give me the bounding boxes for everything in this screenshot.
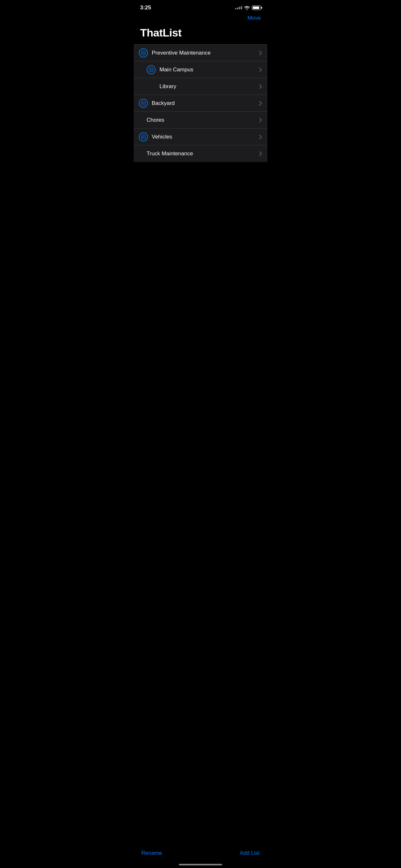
svg-point-2 (142, 101, 146, 105)
list-item-chores[interactable]: Chores (134, 112, 267, 128)
status-time: 3:25 (140, 4, 151, 11)
chevron-right-icon (259, 84, 262, 89)
svg-point-1 (149, 67, 153, 72)
chevron-right-icon (259, 67, 262, 72)
list-item-label: Library (159, 83, 256, 90)
status-icons (235, 5, 261, 10)
list-container: Preventive Maintenance Main Campus Libra… (134, 44, 267, 162)
list-item-truck-maintenance[interactable]: Truck Maintenance (134, 145, 267, 162)
battery-icon (252, 5, 261, 10)
list-item-label: Truck Maintenance (147, 151, 256, 157)
list-item-label: Preventive Maintenance (152, 50, 256, 56)
list-item-preventive-maintenance[interactable]: Preventive Maintenance (134, 44, 267, 61)
dropdown-icon-preventive-maintenance (139, 49, 148, 58)
list-item-label: Backyard (152, 100, 256, 106)
app-title-section: ThatList (134, 24, 267, 44)
list-item-label: Vehicles (152, 134, 256, 140)
header: Move (134, 13, 267, 24)
status-bar: 3:25 (134, 0, 267, 13)
move-button[interactable]: Move (247, 15, 261, 21)
dropdown-icon-main-campus (147, 65, 156, 74)
chevron-right-icon (259, 51, 262, 56)
list-item-library[interactable]: Library (134, 78, 267, 95)
signal-icon (235, 6, 242, 9)
svg-point-3 (142, 135, 146, 139)
chevron-right-icon (259, 151, 262, 156)
chevron-right-icon (259, 101, 262, 106)
app-title: ThatList (140, 27, 261, 39)
chevron-right-icon (259, 134, 262, 140)
list-item-main-campus[interactable]: Main Campus (134, 61, 267, 78)
list-item-backyard[interactable]: Backyard (134, 95, 267, 112)
dropdown-icon-vehicles (139, 132, 148, 142)
list-item-label: Main Campus (159, 66, 256, 73)
dropdown-icon-backyard (139, 99, 148, 108)
chevron-right-icon (259, 118, 262, 123)
wifi-icon (244, 5, 250, 10)
list-item-label: Chores (147, 117, 256, 123)
svg-point-0 (142, 51, 146, 55)
list-item-vehicles[interactable]: Vehicles (134, 128, 267, 145)
